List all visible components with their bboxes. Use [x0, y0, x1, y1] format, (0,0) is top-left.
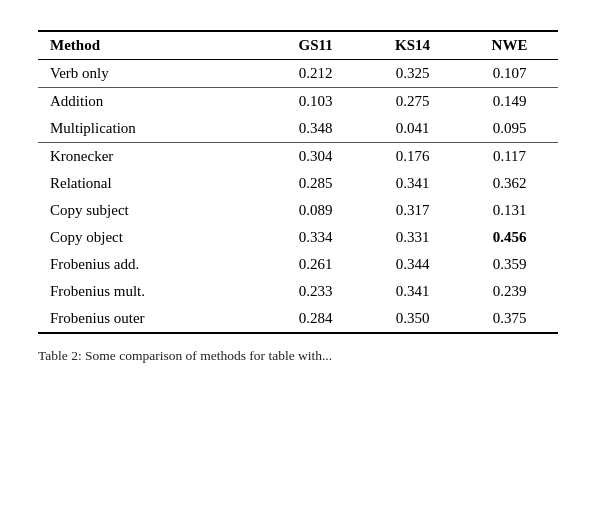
col-header-ks14: KS14	[364, 31, 461, 60]
cell-ks14: 0.325	[364, 60, 461, 88]
col-header-method: Method	[38, 31, 267, 60]
table-row: Copy subject0.0890.3170.131	[38, 197, 558, 224]
cell-gs11: 0.103	[267, 88, 364, 116]
cell-method: Verb only	[38, 60, 267, 88]
cell-gs11: 0.089	[267, 197, 364, 224]
cell-nwe: 0.239	[461, 278, 558, 305]
cell-nwe: 0.375	[461, 305, 558, 333]
cell-nwe: 0.359	[461, 251, 558, 278]
cell-method: Frobenius outer	[38, 305, 267, 333]
cell-gs11: 0.334	[267, 224, 364, 251]
table-row: Frobenius outer0.2840.3500.375	[38, 305, 558, 333]
cell-method: Multiplication	[38, 115, 267, 143]
cell-nwe: 0.362	[461, 170, 558, 197]
cell-ks14: 0.041	[364, 115, 461, 143]
cell-method: Copy subject	[38, 197, 267, 224]
cell-ks14: 0.176	[364, 143, 461, 171]
cell-gs11: 0.304	[267, 143, 364, 171]
table-row: Copy object0.3340.3310.456	[38, 224, 558, 251]
cell-nwe: 0.095	[461, 115, 558, 143]
table-caption: Table 2: Some comparison of methods for …	[38, 348, 558, 364]
table-row: Verb only0.2120.3250.107	[38, 60, 558, 88]
table-container: Method GS11 KS14 NWE Verb only0.2120.325…	[38, 30, 558, 364]
cell-gs11: 0.212	[267, 60, 364, 88]
cell-method: Frobenius add.	[38, 251, 267, 278]
cell-ks14: 0.275	[364, 88, 461, 116]
cell-method: Kronecker	[38, 143, 267, 171]
table-row: Frobenius mult.0.2330.3410.239	[38, 278, 558, 305]
cell-gs11: 0.233	[267, 278, 364, 305]
cell-ks14: 0.341	[364, 278, 461, 305]
cell-method: Copy object	[38, 224, 267, 251]
cell-method: Relational	[38, 170, 267, 197]
cell-gs11: 0.284	[267, 305, 364, 333]
table-row: Frobenius add.0.2610.3440.359	[38, 251, 558, 278]
cell-ks14: 0.331	[364, 224, 461, 251]
cell-nwe: 0.107	[461, 60, 558, 88]
cell-nwe: 0.131	[461, 197, 558, 224]
cell-nwe: 0.117	[461, 143, 558, 171]
cell-ks14: 0.350	[364, 305, 461, 333]
cell-gs11: 0.285	[267, 170, 364, 197]
cell-method: Frobenius mult.	[38, 278, 267, 305]
header-row: Method GS11 KS14 NWE	[38, 31, 558, 60]
cell-gs11: 0.348	[267, 115, 364, 143]
cell-ks14: 0.344	[364, 251, 461, 278]
cell-nwe: 0.149	[461, 88, 558, 116]
cell-ks14: 0.317	[364, 197, 461, 224]
table-row: Multiplication0.3480.0410.095	[38, 115, 558, 143]
cell-method: Addition	[38, 88, 267, 116]
col-header-nwe: NWE	[461, 31, 558, 60]
cell-gs11: 0.261	[267, 251, 364, 278]
col-header-gs11: GS11	[267, 31, 364, 60]
table-row: Kronecker0.3040.1760.117	[38, 143, 558, 171]
cell-nwe: 0.456	[461, 224, 558, 251]
table-row: Addition0.1030.2750.149	[38, 88, 558, 116]
cell-ks14: 0.341	[364, 170, 461, 197]
results-table: Method GS11 KS14 NWE Verb only0.2120.325…	[38, 30, 558, 334]
table-row: Relational0.2850.3410.362	[38, 170, 558, 197]
